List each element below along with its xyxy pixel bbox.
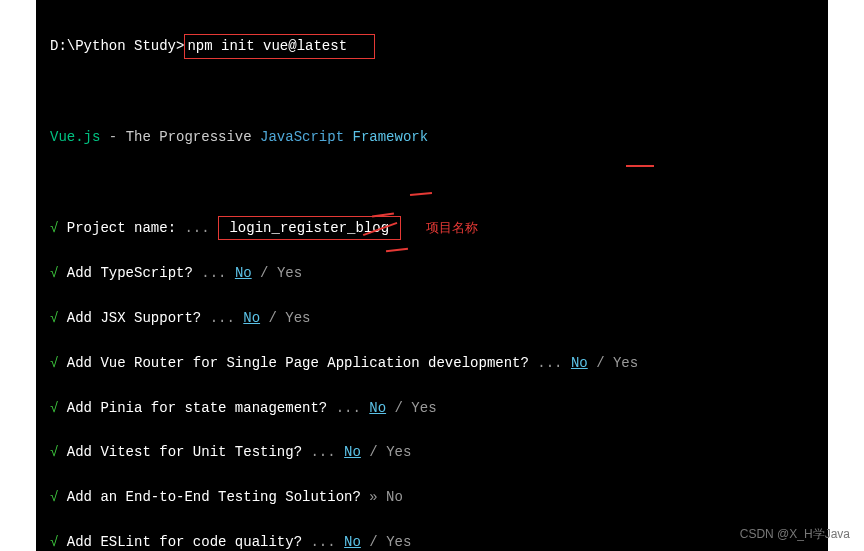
yes-option[interactable]: Yes: [386, 444, 411, 460]
vue-title-4: JavaScript: [260, 129, 352, 145]
check-icon: √: [50, 265, 58, 281]
vue-title-line: Vue.js - The Progressive JavaScript Fram…: [50, 126, 814, 148]
eslint-line: √ Add ESLint for code quality? ... No / …: [50, 531, 814, 551]
project-name-annotation: 项目名称: [426, 220, 478, 235]
check-icon: √: [50, 534, 58, 550]
slash: /: [395, 400, 403, 416]
yes-option[interactable]: Yes: [386, 534, 411, 550]
project-name-box: login_register_blog: [218, 216, 400, 240]
router-line: √ Add Vue Router for Single Page Applica…: [50, 352, 814, 374]
check-icon: √: [50, 400, 58, 416]
no-option[interactable]: No: [571, 355, 588, 371]
yes-option[interactable]: Yes: [411, 400, 436, 416]
e2e-answer: No: [386, 489, 403, 505]
prompt-line: D:\Python Study>npm init vue@latest: [50, 34, 814, 58]
dots: ...: [537, 355, 562, 371]
vue-title-5: Framework: [352, 129, 428, 145]
project-name-line: √ Project name: ... login_register_blog …: [50, 216, 814, 240]
no-option[interactable]: No: [369, 400, 386, 416]
e2e-line: √ Add an End-to-End Testing Solution? » …: [50, 486, 814, 508]
vitest-line: √ Add Vitest for Unit Testing? ... No / …: [50, 441, 814, 463]
terminal-window-1: D:\Python Study>npm init vue@latest Vue.…: [36, 0, 828, 551]
check-icon: √: [50, 489, 58, 505]
slash: /: [260, 265, 268, 281]
q-vitest: Add Vitest for Unit Testing?: [67, 444, 302, 460]
slash: /: [268, 310, 276, 326]
dots: ...: [336, 400, 361, 416]
typescript-line: √ Add TypeScript? ... No / Yes: [50, 262, 814, 284]
check-icon: √: [50, 355, 58, 371]
yes-option[interactable]: Yes: [277, 265, 302, 281]
q-typescript: Add TypeScript?: [67, 265, 193, 281]
no-option[interactable]: No: [344, 534, 361, 550]
dots: ...: [310, 444, 335, 460]
slash: /: [369, 534, 377, 550]
pinia-line: √ Add Pinia for state management? ... No…: [50, 397, 814, 419]
vue-title-2: -: [100, 129, 125, 145]
slash: /: [596, 355, 604, 371]
arrow: »: [369, 489, 377, 505]
prompt-path: D:\Python Study>: [50, 38, 184, 54]
yes-option[interactable]: Yes: [613, 355, 638, 371]
dots: ...: [201, 265, 226, 281]
vue-title-1: Vue.js: [50, 129, 100, 145]
no-option[interactable]: No: [235, 265, 252, 281]
q-e2e: Add an End-to-End Testing Solution?: [67, 489, 361, 505]
init-command: npm init vue@latest: [187, 38, 347, 54]
q-router: Add Vue Router for Single Page Applicati…: [67, 355, 529, 371]
q-pinia: Add Pinia for state management?: [67, 400, 327, 416]
dots: ...: [310, 534, 335, 550]
check-icon: √: [50, 444, 58, 460]
jsx-line: √ Add JSX Support? ... No / Yes: [50, 307, 814, 329]
red-underline-mark: [410, 192, 432, 196]
command-highlighted: npm init vue@latest: [184, 34, 375, 58]
check-icon: √: [50, 310, 58, 326]
red-underline-mark: [386, 248, 408, 252]
check-icon: √: [50, 220, 58, 236]
no-option[interactable]: No: [243, 310, 260, 326]
red-underline-mark: [626, 165, 654, 167]
dots: ...: [184, 220, 209, 236]
yes-option[interactable]: Yes: [285, 310, 310, 326]
project-name-label: Project name:: [67, 220, 176, 236]
vue-title-3: The Progressive: [126, 129, 260, 145]
slash: /: [369, 444, 377, 460]
q-eslint: Add ESLint for code quality?: [67, 534, 302, 550]
no-option[interactable]: No: [344, 444, 361, 460]
q-jsx: Add JSX Support?: [67, 310, 201, 326]
csdn-credit: CSDN @X_H学Java: [740, 526, 850, 543]
dots: ...: [210, 310, 235, 326]
